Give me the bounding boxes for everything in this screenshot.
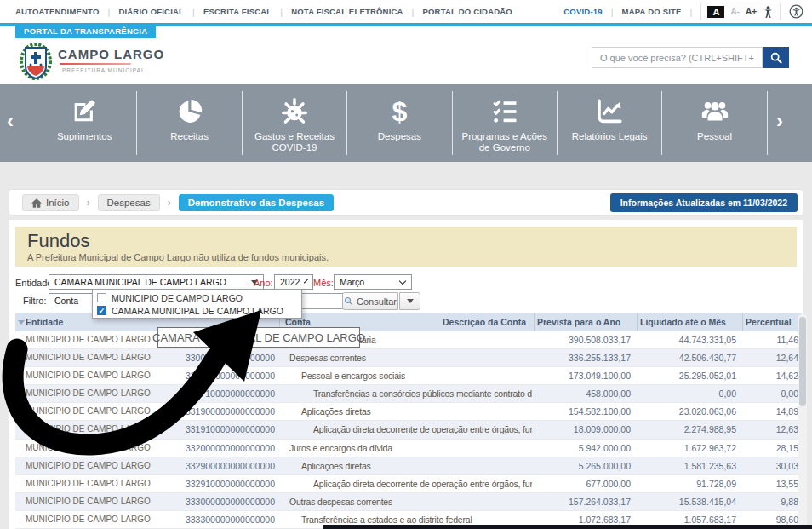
site-header: PORTAL DA TRANSPARÊNCIA CAMPO LARGO PREF… (0, 26, 812, 84)
ano-select[interactable]: 2022 (274, 274, 313, 290)
cell-ent: MUNICIPIO DE CAMPO LARGO (26, 371, 153, 380)
consultar-button[interactable]: Consultar (342, 292, 398, 310)
topbar-link[interactable]: NOTA FISCAL ELETRÔNICA (291, 7, 403, 16)
column-header-descricao[interactable]: Descrição da Conta (443, 317, 526, 327)
city-coat-of-arms[interactable] (19, 41, 53, 81)
topbar-link[interactable]: DIÁRIO OFICIAL (118, 7, 184, 16)
menu-item-dollar[interactable]: $Despesas (347, 91, 452, 155)
table-row: MUNICIPIO DE CAMPO LARGO3319000000000000… (15, 403, 804, 421)
consultar-options-button[interactable] (399, 292, 420, 310)
cell-pct: 0,00 (742, 388, 798, 399)
font-decrease-button[interactable]: A- (730, 7, 740, 16)
column-header-percentual[interactable]: Percentual (746, 317, 792, 327)
cell-prev: 5.265.000,00 (534, 461, 631, 471)
cell-pct: 9,88 (742, 497, 798, 507)
topbar-link[interactable]: PORTAL DO CIDADÃO (422, 7, 512, 16)
cell-ent: MUNICIPIO DE CAMPO LARGO (26, 424, 153, 434)
divider: | (412, 7, 415, 17)
edit-icon (70, 95, 99, 128)
dropdown-caret-icon (399, 277, 406, 284)
cell-conta: 332910000000000000 (152, 479, 275, 489)
menu-scroll-right-icon[interactable]: › (776, 108, 783, 134)
cell-prev: 677.000,00 (534, 479, 631, 489)
chart-icon (594, 95, 625, 128)
menu-item-people[interactable]: Pessoal (662, 91, 767, 155)
table-row: MUNICIPIO DE CAMPO LARGO3300000000000000… (15, 349, 804, 367)
column-header-liquidado[interactable]: Liquidado até o Mês (640, 317, 726, 327)
cell-liq: 25.295.052,01 (637, 371, 736, 381)
menu-item-edit[interactable]: Suprimentos (32, 91, 137, 155)
cell-prev: 154.582.100,00 (534, 406, 631, 417)
mes-select[interactable]: Março (334, 274, 412, 290)
table-scrollbar (798, 313, 807, 529)
cell-desc: Aplicação direta decorrente de operação … (313, 424, 532, 434)
footer-strip (323, 525, 812, 529)
breadcrumb-item[interactable]: Despesas (98, 194, 160, 211)
accessibility-icon[interactable] (789, 4, 803, 19)
divider: | (690, 7, 693, 17)
menu-item-label: Receitas (167, 131, 212, 142)
column-header-entidade[interactable]: Entidade (26, 317, 63, 327)
checked-checkbox[interactable]: ✓ (97, 306, 106, 315)
city-subtitle: PREFEITURA MUNICIPAL (62, 67, 146, 73)
menu-scroll-left-icon[interactable]: ‹ (7, 108, 14, 134)
sort-icon (18, 320, 25, 325)
site-map-link[interactable]: MAPA DO SITE (622, 7, 682, 16)
breadcrumb-item-active[interactable]: Demonstrativo das Despesas (179, 194, 334, 211)
accessibility-person-icon[interactable] (763, 6, 774, 18)
search-input[interactable] (592, 47, 763, 68)
cell-prev: 18.009.000,00 (534, 424, 631, 434)
divider: | (280, 7, 283, 17)
pie-icon (175, 95, 204, 128)
menu-item-pie[interactable]: Receitas (137, 91, 242, 155)
entidade-option[interactable]: ✓CAMARA MUNICIPAL DE CAMPO LARGO (97, 304, 301, 317)
entidade-select[interactable]: CAMARA MUNICIPAL DE CAMPO LARGO (49, 274, 264, 290)
menu-item-label: Despesas (375, 131, 425, 142)
accessibility-toolbar: A A- A+ (700, 3, 781, 20)
cell-conta: 331910000000000000 (152, 424, 275, 434)
cell-liq: 42.506.430,77 (637, 353, 736, 363)
search-icon (344, 296, 353, 306)
font-increase-button[interactable]: A+ (746, 7, 757, 16)
unchecked-checkbox[interactable] (97, 293, 106, 302)
home-icon (31, 198, 42, 208)
cell-liq: 1.057.683,17 (637, 515, 736, 525)
breadcrumb-separator-icon: › (168, 197, 171, 209)
cell-desc: Transferências a estados e ao distrito f… (301, 515, 472, 525)
topbar-link[interactable]: ESCRITA FISCAL (203, 7, 272, 16)
menu-item-checklist[interactable]: Programas e Ações de Governo (453, 91, 558, 155)
portal-transparencia-tab[interactable]: PORTAL DA TRANSPARÊNCIA (15, 24, 156, 38)
search-button[interactable] (763, 47, 789, 68)
menu-item-chart[interactable]: Relatórios Legais (558, 91, 662, 155)
cell-desc: Aplicações diretas (301, 406, 371, 417)
cell-conta: 332000000000000000 (152, 443, 275, 453)
cell-desc: Transferências a consórcios públicos med… (313, 388, 532, 399)
divider: | (192, 7, 195, 17)
virus-icon (279, 95, 310, 128)
cell-liq: 15.538.415,04 (637, 497, 736, 507)
table-row: MUNICIPIO DE CAMPO LARGO3319100000000000… (15, 421, 804, 439)
cell-conta: 331000000000000000 (152, 371, 275, 381)
dropdown-caret-icon (407, 299, 414, 303)
cell-pct: 30,03 (742, 461, 798, 471)
cell-prev: 390.508.033,17 (534, 335, 631, 345)
table-row: MUNICIPIO DE CAMPO LARGO3317100000000000… (15, 385, 804, 403)
menu-items: SuprimentosReceitasGastos e Receitas COV… (32, 91, 768, 155)
breadcrumb-item[interactable]: Início (22, 194, 79, 211)
fundos-text: A Prefeitura Municipal de Campo Largo nã… (27, 252, 785, 262)
contrast-button[interactable]: A (707, 6, 724, 18)
filtro-label: Filtro: (23, 296, 47, 306)
cell-desc: Juros e encargos da dívida (289, 443, 392, 453)
entidade-option[interactable]: MUNICIPIO DE CAMPO LARGO (97, 291, 301, 304)
topbar-link[interactable]: AUTOATENDIMENTO (15, 7, 100, 16)
covid-link[interactable]: COVID-19 (563, 7, 602, 16)
cell-liq: 91.728,09 (637, 479, 736, 489)
column-header-prevista[interactable]: Prevista para o Ano (537, 317, 620, 327)
cell-desc: Pessoal e encargos sociais (301, 371, 405, 381)
menu-item-virus[interactable]: Gastos e Receitas COVID-19 (243, 91, 347, 155)
cell-ent: MUNICIPIO DE CAMPO LARGO (26, 353, 153, 362)
dropdown-caret-icon (304, 279, 308, 283)
last-updated-badge: Informações Atualizadas em 11/03/2022 (610, 193, 798, 212)
scrollbar-thumb[interactable] (799, 317, 806, 406)
cell-prev: 1.072.683,17 (534, 515, 631, 525)
